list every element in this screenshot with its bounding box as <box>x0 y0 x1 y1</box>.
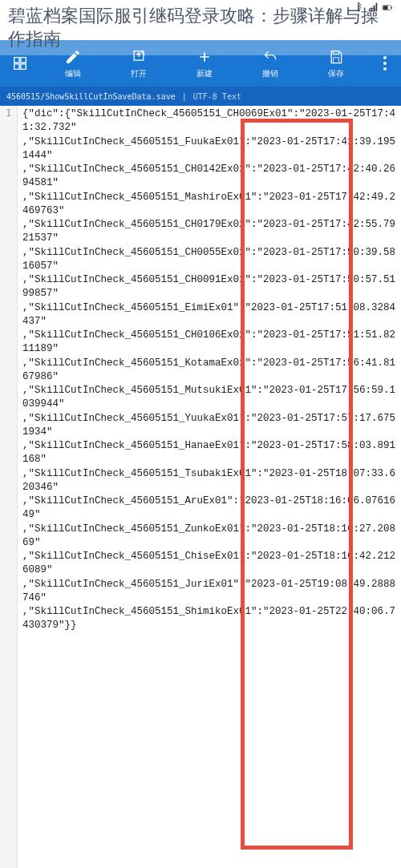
edit-label: 编辑 <box>65 68 81 79</box>
file-tab[interactable]: 4560515/ShowSkillCutInSaveData.save | UT… <box>0 87 401 106</box>
line-gutter: 1 <box>0 106 18 868</box>
undo-label: 撤销 <box>262 68 278 79</box>
editor: 1 {"dic":{"SkillCutInCheck_45605151_CH00… <box>0 106 401 868</box>
file-encoding: UTF-8 Text <box>193 92 241 101</box>
code-content[interactable]: {"dic":{"SkillCutInCheck_45605151_CH0069… <box>18 106 401 868</box>
bluetooth-icon <box>353 2 364 14</box>
svg-rect-2 <box>391 6 392 8</box>
svg-rect-4 <box>334 57 339 63</box>
page-title: 碧蓝档案国际服引继码登录攻略：步骤详解与操作指南 <box>0 0 401 55</box>
save-label: 保存 <box>328 68 344 79</box>
line-number: 1 <box>0 107 17 119</box>
new-label: 新建 <box>196 68 213 79</box>
file-divider: | <box>182 92 187 101</box>
status-bar <box>345 0 401 16</box>
signal-icon <box>367 2 379 14</box>
more-icon <box>383 56 387 71</box>
svg-rect-1 <box>383 6 388 10</box>
battery-icon <box>382 2 393 14</box>
file-name: 4560515/ShowSkillCutInSaveData.save <box>6 92 176 101</box>
open-label: 打开 <box>131 68 147 79</box>
